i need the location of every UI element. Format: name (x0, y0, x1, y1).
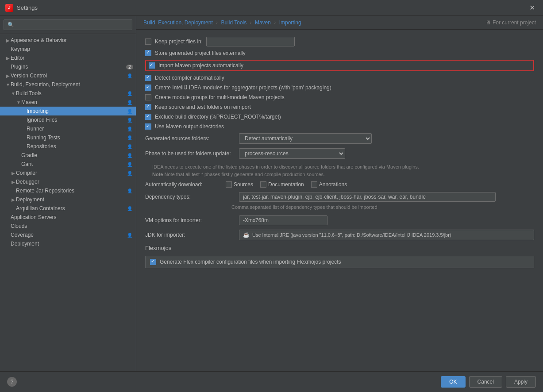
breadcrumb-part2: Build Tools (221, 19, 246, 26)
sidebar-item-plugins[interactable]: Plugins 2 (0, 62, 136, 71)
title-bar-left: J Settings (5, 4, 38, 12)
sidebar-item-ignored-files[interactable]: Ignored Files 👤 (0, 115, 136, 124)
create-intellij-row: Create IntelliJ IDEA modules for aggrega… (145, 85, 534, 91)
annotations-checkbox[interactable] (311, 181, 317, 188)
import-maven-checkbox[interactable] (149, 62, 155, 69)
keep-source-checkbox[interactable] (145, 104, 151, 110)
right-panel: Build, Execution, Deployment › Build Too… (136, 16, 543, 371)
person-icon: 👤 (127, 118, 134, 123)
phase-dropdown[interactable]: process-resources (239, 148, 345, 159)
dependency-types-input[interactable] (239, 192, 496, 202)
sidebar-item-version-control[interactable]: ▶ Version Control 👤 (0, 71, 136, 80)
jdk-text: Use Internal JRE (java version "11.0.6+8… (252, 232, 451, 238)
sidebar-item-label: Editor (11, 55, 136, 61)
sidebar-item-runner[interactable]: Runner 👤 (0, 124, 136, 133)
auto-download-label: Automatically download: (145, 181, 220, 188)
import-maven-row: Import Maven projects automatically (145, 60, 534, 71)
arrow-icon: ▶ (11, 180, 16, 184)
dependency-types-label: Dependency types: (145, 194, 234, 200)
apply-button[interactable]: Apply (506, 376, 536, 388)
store-generated-label: Store generated project files externally (155, 50, 246, 56)
settings-content: Keep project files in: Store generated p… (136, 30, 543, 371)
detect-compiler-checkbox[interactable] (145, 75, 151, 81)
sep3: › (274, 19, 276, 26)
ok-button[interactable]: OK (441, 376, 465, 388)
sidebar-item-label: Debugger (16, 179, 136, 185)
generated-sources-row: Generated sources folders: Detect automa… (145, 133, 534, 144)
exclude-build-checkbox[interactable] (145, 114, 151, 120)
footer-right: OK Cancel Apply (441, 376, 536, 388)
flexmojos-row: Generate Flex compiler configuration fil… (145, 256, 534, 268)
sidebar-item-coverage[interactable]: Coverage 👤 (0, 231, 136, 239)
documentation-checkbox[interactable] (260, 181, 266, 188)
keep-project-files-input[interactable] (206, 37, 295, 46)
arrow-icon: ▶ (5, 38, 11, 43)
flexmojos-section: Flexmojos Generate Flex compiler configu… (145, 245, 534, 268)
help-button[interactable]: ? (7, 377, 17, 387)
use-maven-output-checkbox[interactable] (145, 123, 151, 130)
sidebar-item-arquillian[interactable]: Arquillian Containers 👤 (0, 204, 136, 213)
import-maven-label: Import Maven projects automatically (158, 62, 243, 69)
sidebar-item-label: Importing (27, 108, 127, 114)
monitor-icon: 🖥 (485, 19, 491, 26)
keep-project-files-checkbox[interactable] (145, 38, 151, 45)
main-content: ▶ Appearance & Behavior Keymap ▶ Editor … (0, 16, 543, 371)
sidebar-item-gant[interactable]: Gant 👤 (0, 160, 136, 169)
sources-checkbox[interactable] (226, 181, 232, 188)
sidebar-item-remote-jar[interactable]: Remote Jar Repositories 👤 (0, 186, 136, 195)
sidebar-item-repositories[interactable]: Repositories 👤 (0, 142, 136, 151)
window-title: Settings (17, 4, 38, 11)
sidebar-item-keymap[interactable]: Keymap (0, 45, 136, 54)
breadcrumb-part4: Importing (279, 19, 301, 26)
person-icon: 👤 (127, 127, 134, 131)
sep1: › (216, 19, 218, 26)
sidebar-item-build-execution[interactable]: ▼ Build, Execution, Deployment (0, 80, 136, 89)
sidebar-item-gradle[interactable]: Gradle 👤 (0, 151, 136, 160)
sidebar-item-label: Appearance & Behavior (11, 37, 136, 43)
sidebar-tree: ▶ Appearance & Behavior Keymap ▶ Editor … (0, 34, 136, 371)
search-input[interactable] (4, 19, 132, 30)
cancel-button[interactable]: Cancel (469, 376, 502, 388)
vm-options-input[interactable] (239, 215, 327, 225)
arrow-spacer (5, 224, 11, 229)
sidebar-item-debugger[interactable]: ▶ Debugger (0, 177, 136, 186)
sidebar-item-maven[interactable]: ▼ Maven 👤 (0, 98, 136, 107)
title-bar: J Settings ✕ (0, 0, 543, 16)
flexmojos-label: Generate Flex compiler configuration fil… (160, 259, 341, 265)
sidebar-item-deployment[interactable]: ▶ Deployment (0, 195, 136, 204)
person-icon: 👤 (127, 171, 134, 176)
sidebar-item-importing[interactable]: Importing 👤 (0, 107, 136, 115)
sidebar-item-label: Gant (21, 161, 127, 167)
keep-source-row: Keep source and test folders on reimport (145, 104, 534, 110)
sidebar-item-compiler[interactable]: ▶ Compiler 👤 (0, 169, 136, 177)
keep-source-label: Keep source and test folders on reimport (155, 104, 251, 110)
arrow-spacer (5, 215, 11, 220)
detect-compiler-label: Detect compiler automatically (155, 75, 224, 81)
dependency-hint: Comma separated list of dependency types… (231, 204, 377, 210)
sidebar-item-editor[interactable]: ▶ Editor (0, 54, 136, 62)
info-line1: IDEA needs to execute one of the listed … (152, 163, 534, 171)
flexmojos-checkbox[interactable] (150, 259, 156, 265)
keep-project-files-label: Keep project files in: (155, 38, 203, 45)
arrow-icon: ▼ (11, 91, 16, 96)
store-generated-row: Store generated project files externally (145, 50, 534, 56)
arrow-icon: ▼ (16, 100, 21, 105)
annotations-label: Annotations (319, 181, 347, 188)
sidebar-item-running-tests[interactable]: Running Tests 👤 (0, 133, 136, 142)
dependency-types-row: Dependency types: Comma separated list o… (145, 192, 534, 211)
jdk-value[interactable]: ☕ Use Internal JRE (java version "11.0.6… (239, 230, 534, 240)
sidebar-item-build-tools[interactable]: ▼ Build Tools 👤 (0, 89, 136, 98)
sidebar-item-app-servers[interactable]: Application Servers (0, 213, 136, 222)
info-line2: Note Note that all test-* phases firstly… (152, 171, 534, 178)
create-intellij-checkbox[interactable] (145, 85, 151, 91)
store-generated-checkbox[interactable] (145, 50, 151, 56)
close-button[interactable]: ✕ (527, 3, 538, 13)
generated-sources-dropdown[interactable]: Detect automatically (239, 133, 372, 144)
create-module-groups-checkbox[interactable] (145, 94, 151, 100)
sources-item: Sources (226, 181, 253, 188)
arrow-spacer (21, 135, 27, 140)
use-maven-output-row: Use Maven output directories (145, 123, 534, 130)
sidebar-item-clouds[interactable]: Clouds (0, 222, 136, 231)
sidebar-item-appearance[interactable]: ▶ Appearance & Behavior (0, 36, 136, 45)
sidebar-item-deployment2[interactable]: Deployment (0, 239, 136, 248)
